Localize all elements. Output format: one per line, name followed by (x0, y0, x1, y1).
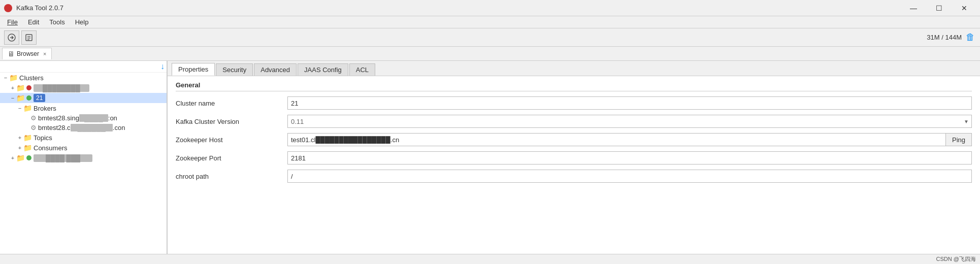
folder-icon-cluster-1: 📁 (16, 84, 25, 92)
toolbar-btn-edit[interactable] (21, 30, 37, 45)
app-icon (4, 4, 12, 12)
toolbar-btn-connect[interactable] (4, 30, 19, 45)
label-kafka-version: Kafka Cluster Version (176, 118, 287, 125)
folder-icon-clusters: 📁 (9, 74, 18, 82)
toolbar-buttons (4, 30, 37, 45)
tab-properties[interactable]: Properties (172, 63, 215, 76)
label-clusters: Clusters (19, 74, 44, 82)
browser-tab-label: Browser (17, 50, 39, 57)
tree-node-broker-1[interactable]: ⚙ bmtest28.sing████:on (0, 113, 167, 123)
status-dot-green-3 (26, 155, 31, 160)
tree-collapse-arrow[interactable]: ↓ (160, 62, 165, 71)
tab-security[interactable]: Security (216, 63, 253, 76)
tree-node-cluster-21[interactable]: − 📁 21 (0, 93, 167, 103)
tree-node-topics[interactable]: + 📁 Topics (0, 133, 167, 143)
close-button[interactable]: ✕ (953, 0, 976, 16)
select-kafka-version[interactable]: 0.11 (287, 115, 972, 128)
form-row-cluster-name: Cluster name (176, 96, 972, 110)
toolbar: 31M / 144M 🗑 (0, 28, 980, 47)
menu-tools[interactable]: Tools (44, 17, 70, 27)
title-bar-left: Kafka Tool 2.0.7 (4, 4, 63, 12)
tree-node-cluster-3[interactable]: + 📁 ████ ███ (0, 153, 167, 163)
label-broker-2: bmtest28.c██████.con (38, 124, 125, 131)
expander-clusters[interactable]: − (2, 75, 9, 81)
tree-node-broker-2[interactable]: ⚙ bmtest28.c██████.con (0, 123, 167, 133)
folder-icon-cluster-3: 📁 (16, 154, 25, 162)
expander-topics[interactable]: + (16, 135, 23, 141)
app-title: Kafka Tool 2.0.7 (16, 4, 63, 12)
form-area: General Cluster name Kafka Cluster Versi… (168, 76, 980, 264)
expander-cluster-1[interactable]: + (9, 85, 16, 91)
folder-icon-brokers: 📁 (23, 104, 32, 112)
expander-consumers[interactable]: + (16, 145, 23, 151)
status-bar: CSDN @飞四海 (0, 254, 980, 264)
status-dot-red (26, 85, 31, 90)
menu-help[interactable]: Help (70, 17, 94, 27)
tab-jaas-config[interactable]: JAAS Config (298, 63, 348, 76)
tab-acl[interactable]: ACL (349, 63, 375, 76)
folder-icon-topics: 📁 (23, 134, 32, 142)
tree-header: ↓ (0, 61, 167, 73)
minimize-button[interactable]: — (902, 0, 925, 16)
expander-cluster-21[interactable]: − (9, 95, 16, 101)
edit-icon (24, 33, 34, 42)
status-dot-green-21 (26, 95, 31, 101)
expander-brokers[interactable]: − (16, 105, 23, 111)
input-chroot-path[interactable] (287, 170, 972, 183)
label-topics: Topics (34, 134, 52, 142)
input-zookeeper-host[interactable] (287, 133, 946, 146)
tab-advanced[interactable]: Advanced (254, 63, 297, 76)
main-area: ↓ − 📁 Clusters + 📁 ████████ − 📁 21 (0, 61, 980, 264)
expander-cluster-3[interactable]: + (9, 155, 16, 161)
window-controls: — ☐ ✕ (902, 0, 976, 16)
browser-tab-icon: 🖥 (8, 50, 15, 58)
right-panel: Properties Security Advanced JAAS Config… (168, 61, 980, 264)
input-cluster-name[interactable] (287, 96, 972, 110)
input-zookeeper-port[interactable] (287, 151, 972, 164)
browser-tab-bar: 🖥 Browser × (0, 47, 980, 61)
label-consumers: Consumers (34, 144, 67, 152)
ping-button[interactable]: Ping (946, 133, 972, 146)
label-zookeeper-port: Zookeeper Port (176, 154, 287, 162)
browser-tab-close[interactable]: × (43, 51, 46, 57)
toolbar-right: 31M / 144M 🗑 (927, 32, 976, 43)
gear-icon-broker-2: ⚙ (30, 124, 37, 131)
label-cluster-name: Cluster name (176, 100, 287, 107)
tree-node-brokers[interactable]: − 📁 Brokers (0, 103, 167, 113)
badge-21: 21 (34, 94, 45, 102)
form-row-chroot-path: chroot path (176, 170, 972, 183)
label-broker-1: bmtest28.sing████:on (38, 114, 117, 122)
tab-bar: Properties Security Advanced JAAS Config… (168, 61, 980, 76)
label-chroot-path: chroot path (176, 173, 287, 180)
label-cluster-3: ████ ███ (34, 154, 92, 162)
memory-label: 31M / 144M (927, 34, 962, 41)
menu-bar: File Edit Tools Help (0, 16, 980, 28)
select-wrapper-kafka-version: 0.11 (287, 115, 972, 128)
title-bar: Kafka Tool 2.0.7 — ☐ ✕ (0, 0, 980, 16)
tree-node-cluster-1[interactable]: + 📁 ████████ (0, 83, 167, 93)
menu-edit[interactable]: Edit (23, 17, 44, 27)
menu-file[interactable]: File (2, 17, 23, 27)
status-label: CSDN @飞四海 (936, 255, 976, 263)
form-row-kafka-version: Kafka Cluster Version 0.11 (176, 115, 972, 128)
label-brokers: Brokers (34, 105, 56, 112)
form-row-zookeeper-host: Zookeeper Host Ping (176, 133, 972, 146)
form-row-zookeeper-port: Zookeeper Port (176, 151, 972, 164)
label-cluster-1: ████████ (34, 84, 89, 92)
gear-icon-broker-1: ⚙ (30, 114, 37, 122)
left-panel: ↓ − 📁 Clusters + 📁 ████████ − 📁 21 (0, 61, 168, 264)
tree-node-clusters[interactable]: − 📁 Clusters (0, 73, 167, 83)
browser-tab[interactable]: 🖥 Browser × (2, 48, 52, 59)
folder-icon-consumers: 📁 (23, 144, 32, 152)
section-general: General (176, 81, 972, 91)
trash-icon[interactable]: 🗑 (965, 32, 976, 43)
connect-icon (7, 33, 16, 42)
tree-node-consumers[interactable]: + 📁 Consumers (0, 143, 167, 153)
zookeeper-host-field-group: Ping (287, 133, 972, 146)
label-zookeeper-host: Zookeeper Host (176, 136, 287, 144)
maximize-button[interactable]: ☐ (927, 0, 951, 16)
folder-icon-cluster-21: 📁 (16, 94, 25, 102)
